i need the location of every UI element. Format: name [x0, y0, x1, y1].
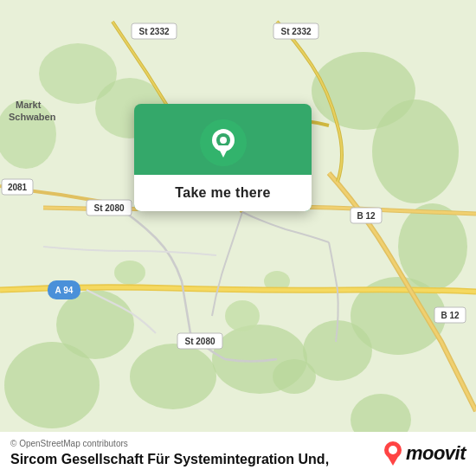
svg-point-14: [114, 261, 145, 285]
svg-point-15: [273, 359, 316, 394]
svg-point-8: [4, 342, 100, 428]
svg-point-44: [389, 446, 397, 454]
svg-text:St 2332: St 2332: [138, 27, 169, 36]
svg-text:A 94: A 94: [55, 286, 74, 295]
svg-text:2081: 2081: [8, 183, 28, 192]
svg-point-40: [220, 137, 227, 144]
svg-text:Markt: Markt: [16, 100, 42, 110]
svg-point-12: [225, 300, 260, 331]
svg-point-2: [398, 203, 467, 290]
svg-marker-43: [387, 455, 399, 466]
svg-text:Schwaben: Schwaben: [9, 112, 56, 122]
popup-card: Take me there: [134, 104, 312, 211]
map-svg: St 2332 St 2332 A 94 St 2080 St 2080 A 9…: [0, 0, 476, 476]
svg-point-6: [130, 344, 216, 409]
svg-text:St 2080: St 2080: [184, 337, 215, 346]
bottom-bar: © OpenStreetMap contributors Sircom Gese…: [0, 432, 476, 476]
location-pin-icon: [200, 119, 247, 166]
svg-text:B 12: B 12: [357, 211, 376, 221]
svg-text:B 12: B 12: [441, 311, 460, 320]
moovit-logo: moovit: [383, 441, 466, 466]
svg-point-1: [372, 100, 459, 203]
svg-point-10: [39, 43, 117, 104]
svg-point-11: [0, 100, 56, 169]
svg-text:St 2080: St 2080: [93, 203, 124, 213]
take-me-there-button[interactable]: Take me there: [134, 175, 312, 211]
moovit-text: moovit: [406, 442, 466, 465]
moovit-pin-icon: [383, 441, 402, 466]
svg-text:St 2332: St 2332: [280, 27, 311, 36]
map-container: St 2332 St 2332 A 94 St 2080 St 2080 A 9…: [0, 0, 476, 476]
